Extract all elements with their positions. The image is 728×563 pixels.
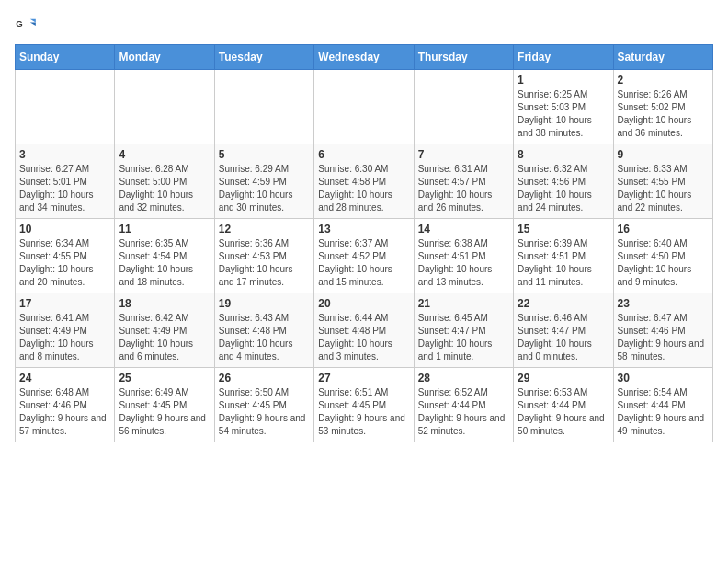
day-detail: Sunrise: 6:48 AM Sunset: 4:46 PM Dayligh… bbox=[19, 386, 110, 438]
day-cell: 28Sunrise: 6:52 AM Sunset: 4:44 PM Dayli… bbox=[414, 368, 513, 442]
day-number: 16 bbox=[618, 223, 709, 236]
day-number: 30 bbox=[618, 372, 709, 385]
day-number: 6 bbox=[318, 148, 409, 161]
day-cell: 13Sunrise: 6:37 AM Sunset: 4:52 PM Dayli… bbox=[314, 219, 414, 293]
calendar-header: SundayMondayTuesdayWednesdayThursdayFrid… bbox=[16, 45, 713, 70]
week-row-3: 17Sunrise: 6:41 AM Sunset: 4:49 PM Dayli… bbox=[16, 293, 713, 368]
day-detail: Sunrise: 6:47 AM Sunset: 4:46 PM Dayligh… bbox=[618, 312, 709, 363]
logo-icon: G bbox=[15, 15, 37, 37]
day-detail: Sunrise: 6:53 AM Sunset: 4:44 PM Dayligh… bbox=[518, 386, 609, 438]
day-cell: 3Sunrise: 6:27 AM Sunset: 5:01 PM Daylig… bbox=[16, 144, 115, 219]
day-detail: Sunrise: 6:40 AM Sunset: 4:50 PM Dayligh… bbox=[618, 237, 709, 289]
logo: G bbox=[15, 15, 40, 37]
day-detail: Sunrise: 6:45 AM Sunset: 4:47 PM Dayligh… bbox=[418, 312, 509, 363]
svg-marker-1 bbox=[30, 19, 36, 23]
day-cell: 26Sunrise: 6:50 AM Sunset: 4:45 PM Dayli… bbox=[214, 368, 313, 442]
day-number: 15 bbox=[518, 223, 609, 236]
day-number: 13 bbox=[318, 223, 409, 236]
day-detail: Sunrise: 6:29 AM Sunset: 4:59 PM Dayligh… bbox=[219, 163, 310, 214]
day-number: 21 bbox=[418, 297, 509, 310]
day-cell bbox=[16, 70, 115, 144]
day-detail: Sunrise: 6:49 AM Sunset: 4:45 PM Dayligh… bbox=[119, 386, 210, 438]
day-cell: 14Sunrise: 6:38 AM Sunset: 4:51 PM Dayli… bbox=[414, 219, 513, 293]
day-detail: Sunrise: 6:54 AM Sunset: 4:44 PM Dayligh… bbox=[618, 386, 709, 438]
day-cell: 2Sunrise: 6:26 AM Sunset: 5:02 PM Daylig… bbox=[613, 70, 712, 144]
day-cell: 27Sunrise: 6:51 AM Sunset: 4:45 PM Dayli… bbox=[314, 368, 414, 442]
day-cell: 24Sunrise: 6:48 AM Sunset: 4:46 PM Dayli… bbox=[16, 368, 115, 442]
day-detail: Sunrise: 6:50 AM Sunset: 4:45 PM Dayligh… bbox=[219, 386, 310, 438]
day-number: 1 bbox=[518, 74, 609, 86]
day-detail: Sunrise: 6:36 AM Sunset: 4:53 PM Dayligh… bbox=[219, 237, 310, 289]
day-cell bbox=[214, 70, 313, 144]
day-number: 9 bbox=[618, 148, 709, 161]
day-cell: 22Sunrise: 6:46 AM Sunset: 4:47 PM Dayli… bbox=[514, 293, 613, 368]
day-number: 2 bbox=[618, 74, 709, 86]
day-detail: Sunrise: 6:33 AM Sunset: 4:55 PM Dayligh… bbox=[618, 163, 709, 214]
day-detail: Sunrise: 6:25 AM Sunset: 5:03 PM Dayligh… bbox=[518, 88, 609, 140]
day-number: 17 bbox=[19, 297, 110, 310]
day-detail: Sunrise: 6:39 AM Sunset: 4:51 PM Dayligh… bbox=[518, 237, 609, 289]
day-number: 18 bbox=[119, 297, 210, 310]
day-detail: Sunrise: 6:27 AM Sunset: 5:01 PM Dayligh… bbox=[19, 163, 110, 214]
day-cell: 23Sunrise: 6:47 AM Sunset: 4:46 PM Dayli… bbox=[613, 293, 712, 368]
day-number: 25 bbox=[119, 372, 210, 385]
col-header-saturday: Saturday bbox=[613, 45, 712, 70]
col-header-tuesday: Tuesday bbox=[214, 45, 313, 70]
week-row-2: 10Sunrise: 6:34 AM Sunset: 4:55 PM Dayli… bbox=[16, 219, 713, 293]
day-cell: 11Sunrise: 6:35 AM Sunset: 4:54 PM Dayli… bbox=[115, 219, 214, 293]
day-cell: 20Sunrise: 6:44 AM Sunset: 4:48 PM Dayli… bbox=[314, 293, 414, 368]
svg-marker-2 bbox=[30, 22, 36, 26]
day-number: 4 bbox=[119, 148, 210, 161]
day-number: 14 bbox=[418, 223, 509, 236]
day-detail: Sunrise: 6:34 AM Sunset: 4:55 PM Dayligh… bbox=[19, 237, 110, 289]
day-detail: Sunrise: 6:41 AM Sunset: 4:49 PM Dayligh… bbox=[19, 312, 110, 363]
day-number: 22 bbox=[518, 297, 609, 310]
day-number: 23 bbox=[618, 297, 709, 310]
day-cell bbox=[314, 70, 414, 144]
day-detail: Sunrise: 6:38 AM Sunset: 4:51 PM Dayligh… bbox=[418, 237, 509, 289]
day-number: 5 bbox=[219, 148, 310, 161]
col-header-wednesday: Wednesday bbox=[314, 45, 414, 70]
day-number: 12 bbox=[219, 223, 310, 236]
day-detail: Sunrise: 6:31 AM Sunset: 4:57 PM Dayligh… bbox=[418, 163, 509, 214]
day-number: 26 bbox=[219, 372, 310, 385]
day-detail: Sunrise: 6:28 AM Sunset: 5:00 PM Dayligh… bbox=[119, 163, 210, 214]
day-detail: Sunrise: 6:30 AM Sunset: 4:58 PM Dayligh… bbox=[318, 163, 409, 214]
day-cell: 21Sunrise: 6:45 AM Sunset: 4:47 PM Dayli… bbox=[414, 293, 513, 368]
day-cell: 17Sunrise: 6:41 AM Sunset: 4:49 PM Dayli… bbox=[16, 293, 115, 368]
day-number: 10 bbox=[19, 223, 110, 236]
col-header-monday: Monday bbox=[115, 45, 214, 70]
day-number: 7 bbox=[418, 148, 509, 161]
day-detail: Sunrise: 6:42 AM Sunset: 4:49 PM Dayligh… bbox=[119, 312, 210, 363]
day-number: 3 bbox=[19, 148, 110, 161]
day-detail: Sunrise: 6:35 AM Sunset: 4:54 PM Dayligh… bbox=[119, 237, 210, 289]
col-header-sunday: Sunday bbox=[16, 45, 115, 70]
day-cell: 15Sunrise: 6:39 AM Sunset: 4:51 PM Dayli… bbox=[514, 219, 613, 293]
day-cell: 10Sunrise: 6:34 AM Sunset: 4:55 PM Dayli… bbox=[16, 219, 115, 293]
day-cell: 12Sunrise: 6:36 AM Sunset: 4:53 PM Dayli… bbox=[214, 219, 313, 293]
day-detail: Sunrise: 6:37 AM Sunset: 4:52 PM Dayligh… bbox=[318, 237, 409, 289]
svg-text:G: G bbox=[16, 18, 22, 29]
day-detail: Sunrise: 6:46 AM Sunset: 4:47 PM Dayligh… bbox=[518, 312, 609, 363]
day-number: 24 bbox=[19, 372, 110, 385]
day-cell: 8Sunrise: 6:32 AM Sunset: 4:56 PM Daylig… bbox=[514, 144, 613, 219]
day-detail: Sunrise: 6:52 AM Sunset: 4:44 PM Dayligh… bbox=[418, 386, 509, 438]
week-row-0: 1Sunrise: 6:25 AM Sunset: 5:03 PM Daylig… bbox=[16, 70, 713, 144]
day-cell: 16Sunrise: 6:40 AM Sunset: 4:50 PM Dayli… bbox=[613, 219, 712, 293]
day-number: 29 bbox=[518, 372, 609, 385]
day-cell bbox=[115, 70, 214, 144]
day-cell: 5Sunrise: 6:29 AM Sunset: 4:59 PM Daylig… bbox=[214, 144, 313, 219]
day-cell: 25Sunrise: 6:49 AM Sunset: 4:45 PM Dayli… bbox=[115, 368, 214, 442]
day-cell: 30Sunrise: 6:54 AM Sunset: 4:44 PM Dayli… bbox=[613, 368, 712, 442]
day-detail: Sunrise: 6:32 AM Sunset: 4:56 PM Dayligh… bbox=[518, 163, 609, 214]
calendar-table: SundayMondayTuesdayWednesdayThursdayFrid… bbox=[15, 44, 713, 442]
day-number: 20 bbox=[318, 297, 409, 310]
day-detail: Sunrise: 6:43 AM Sunset: 4:48 PM Dayligh… bbox=[219, 312, 310, 363]
day-cell: 6Sunrise: 6:30 AM Sunset: 4:58 PM Daylig… bbox=[314, 144, 414, 219]
day-number: 11 bbox=[119, 223, 210, 236]
day-cell: 1Sunrise: 6:25 AM Sunset: 5:03 PM Daylig… bbox=[514, 70, 613, 144]
day-cell: 4Sunrise: 6:28 AM Sunset: 5:00 PM Daylig… bbox=[115, 144, 214, 219]
day-cell: 19Sunrise: 6:43 AM Sunset: 4:48 PM Dayli… bbox=[214, 293, 313, 368]
day-cell bbox=[414, 70, 513, 144]
day-cell: 7Sunrise: 6:31 AM Sunset: 4:57 PM Daylig… bbox=[414, 144, 513, 219]
